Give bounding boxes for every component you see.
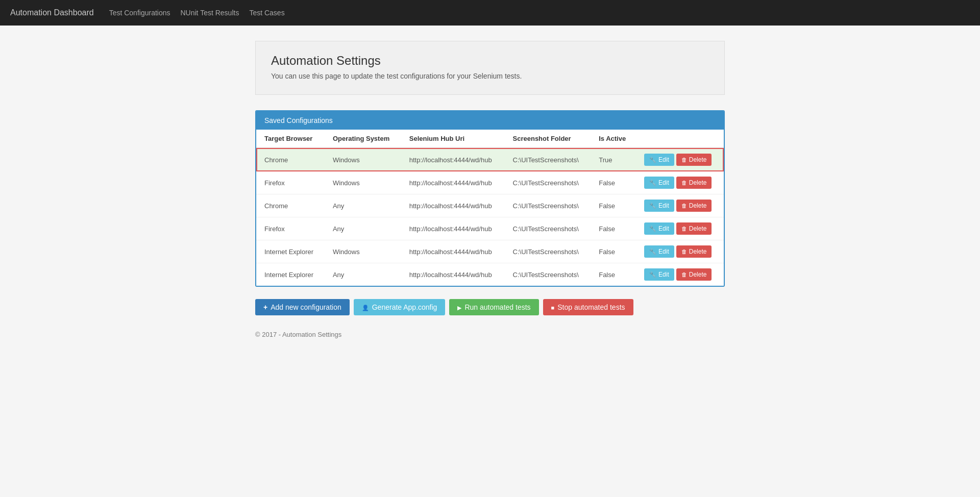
nav-link-test-configurations[interactable]: Test Configurations xyxy=(109,9,170,17)
wrench-icon xyxy=(649,156,656,163)
cell-3: C:\UITestScreenshots\ xyxy=(505,148,591,171)
nav-item-test-cases: Test Cases xyxy=(249,9,284,17)
cell-1: Windows xyxy=(325,148,401,171)
delete-button[interactable]: Delete xyxy=(676,222,712,235)
cell-4: False xyxy=(591,217,636,240)
nav-item-nunit: NUnit Test Results xyxy=(181,9,239,17)
cell-4: False xyxy=(591,240,636,263)
run-tests-button[interactable]: Run automated tests xyxy=(449,299,538,315)
page-title: Automation Settings xyxy=(271,54,709,68)
trash-icon xyxy=(681,179,687,186)
delete-button[interactable]: Delete xyxy=(676,200,712,212)
cell-actions: Edit Delete xyxy=(636,148,724,171)
stop-icon xyxy=(551,303,555,311)
col-folder: Screenshot Folder xyxy=(505,130,591,148)
col-active: Is Active xyxy=(591,130,636,148)
cell-3: C:\UITestScreenshots\ xyxy=(505,240,591,263)
navbar: Automation Dashboard Test Configurations… xyxy=(0,0,980,26)
trash-icon xyxy=(681,248,687,255)
cell-0: Internet Explorer xyxy=(256,240,325,263)
col-browser: Target Browser xyxy=(256,130,325,148)
cell-0: Internet Explorer xyxy=(256,263,325,286)
delete-button[interactable]: Delete xyxy=(676,154,712,166)
nav-link-test-cases[interactable]: Test Cases xyxy=(249,9,284,17)
trash-icon xyxy=(681,202,687,209)
edit-button[interactable]: Edit xyxy=(644,200,674,212)
cell-4: False xyxy=(591,171,636,194)
table-row: FirefoxAnyhttp://localhost:4444/wd/hubC:… xyxy=(256,217,724,240)
table-row: Internet ExplorerWindowshttp://localhost… xyxy=(256,240,724,263)
table-body: ChromeWindowshttp://localhost:4444/wd/hu… xyxy=(256,148,724,286)
wrench-icon xyxy=(649,271,656,278)
cell-3: C:\UITestScreenshots\ xyxy=(505,194,591,217)
nav-link-nunit[interactable]: NUnit Test Results xyxy=(181,9,239,17)
cell-0: Firefox xyxy=(256,217,325,240)
add-configuration-button[interactable]: Add new configuration xyxy=(255,299,350,315)
col-os: Operating System xyxy=(325,130,401,148)
cell-1: Any xyxy=(325,217,401,240)
generate-config-button[interactable]: Generate App.config xyxy=(354,299,446,315)
wrench-icon xyxy=(649,248,656,255)
table-row: ChromeWindowshttp://localhost:4444/wd/hu… xyxy=(256,148,724,171)
edit-button[interactable]: Edit xyxy=(644,154,674,166)
cell-4: True xyxy=(591,148,636,171)
action-buttons: Add new configuration Generate App.confi… xyxy=(255,299,725,315)
configurations-table: Target Browser Operating System Selenium… xyxy=(256,130,724,286)
cell-4: False xyxy=(591,263,636,286)
edit-button[interactable]: Edit xyxy=(644,268,674,281)
edit-button[interactable]: Edit xyxy=(644,245,674,258)
page-header: Automation Settings You can use this pag… xyxy=(255,41,725,95)
wrench-icon xyxy=(649,202,656,209)
cell-2: http://localhost:4444/wd/hub xyxy=(401,148,505,171)
navbar-nav: Test Configurations NUnit Test Results T… xyxy=(109,9,285,17)
cell-actions: Edit Delete xyxy=(636,171,724,194)
cell-0: Firefox xyxy=(256,171,325,194)
cell-2: http://localhost:4444/wd/hub xyxy=(401,217,505,240)
delete-button[interactable]: Delete xyxy=(676,245,712,258)
delete-button[interactable]: Delete xyxy=(676,268,712,281)
page-description: You can use this page to update the test… xyxy=(271,72,709,80)
cell-actions: Edit Delete xyxy=(636,194,724,217)
cell-2: http://localhost:4444/wd/hub xyxy=(401,240,505,263)
trash-icon xyxy=(681,156,687,163)
cell-1: Windows xyxy=(325,171,401,194)
table-row: Internet ExplorerAnyhttp://localhost:444… xyxy=(256,263,724,286)
generate-label: Generate App.config xyxy=(372,303,437,311)
add-label: Add new configuration xyxy=(271,303,341,311)
cell-actions: Edit Delete xyxy=(636,217,724,240)
run-label: Run automated tests xyxy=(464,303,530,311)
edit-button[interactable]: Edit xyxy=(644,177,674,189)
cell-3: C:\UITestScreenshots\ xyxy=(505,171,591,194)
cell-3: C:\UITestScreenshots\ xyxy=(505,217,591,240)
cell-4: False xyxy=(591,194,636,217)
cell-actions: Edit Delete xyxy=(636,263,724,286)
cell-1: Any xyxy=(325,263,401,286)
cell-0: Chrome xyxy=(256,148,325,171)
table-header-row: Target Browser Operating System Selenium… xyxy=(256,130,724,148)
configurations-card: Saved Configurations Target Browser Oper… xyxy=(255,110,725,287)
play-icon xyxy=(457,303,461,311)
cell-3: C:\UITestScreenshots\ xyxy=(505,263,591,286)
nav-item-test-configurations: Test Configurations xyxy=(109,9,170,17)
delete-button[interactable]: Delete xyxy=(676,177,712,189)
cell-1: Windows xyxy=(325,240,401,263)
stop-label: Stop automated tests xyxy=(557,303,625,311)
trash-icon xyxy=(681,271,687,278)
footer: © 2017 - Automation Settings xyxy=(255,331,725,338)
edit-button[interactable]: Edit xyxy=(644,222,674,235)
cell-2: http://localhost:4444/wd/hub xyxy=(401,171,505,194)
cell-2: http://localhost:4444/wd/hub xyxy=(401,263,505,286)
navbar-brand[interactable]: Automation Dashboard xyxy=(10,8,94,17)
cell-actions: Edit Delete xyxy=(636,240,724,263)
trash-icon xyxy=(681,225,687,232)
plus-icon xyxy=(263,303,267,311)
table-row: FirefoxWindowshttp://localhost:4444/wd/h… xyxy=(256,171,724,194)
stop-tests-button[interactable]: Stop automated tests xyxy=(543,299,633,315)
wrench-icon xyxy=(649,225,656,232)
table-head: Target Browser Operating System Selenium… xyxy=(256,130,724,148)
cell-0: Chrome xyxy=(256,194,325,217)
cell-1: Any xyxy=(325,194,401,217)
wrench-icon xyxy=(649,179,656,186)
user-icon xyxy=(362,303,369,311)
col-actions xyxy=(636,130,724,148)
